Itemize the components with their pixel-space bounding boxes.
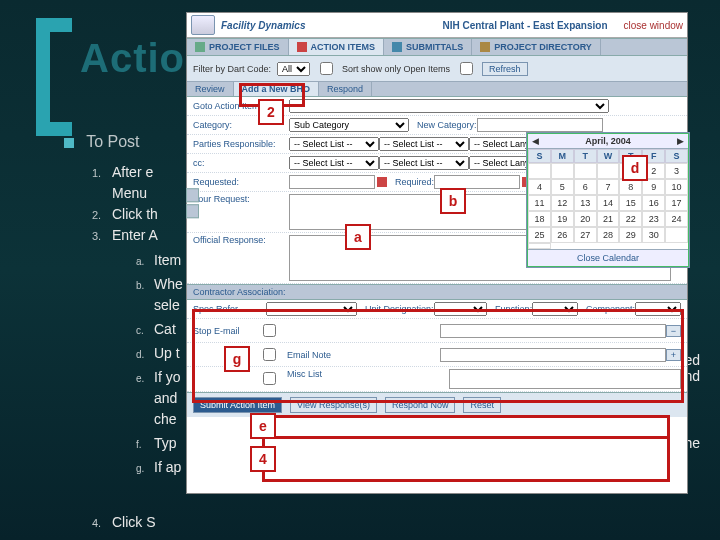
calendar-prev-icon[interactable]: ◀	[532, 136, 539, 146]
people-icon	[480, 42, 490, 52]
tab-project-files[interactable]: PROJECT FILES	[187, 39, 289, 55]
calendar-day-cell[interactable]: 14	[597, 195, 620, 211]
calendar-day-cell[interactable]: 11	[528, 195, 551, 211]
calendar-day-cell	[528, 163, 551, 179]
tab-action-items[interactable]: ACTION ITEMS	[289, 39, 385, 55]
select-parties-1[interactable]: -- Select List --	[289, 137, 379, 151]
callout-b: b	[440, 188, 466, 214]
calendar-day-cell[interactable]: 18	[528, 211, 551, 227]
flag-icon	[297, 42, 307, 52]
input-new-category[interactable]	[477, 118, 603, 132]
subtab-respond[interactable]: Respond	[319, 82, 372, 96]
calendar-day-cell	[551, 163, 574, 179]
calendar-popup: ◀ April, 2004 ▶ SMTWTFS12345678910111213…	[527, 133, 689, 267]
slide-stage: Action To Post 1.After e Menu 2.Click th…	[0, 0, 720, 540]
calendar-day-header: T	[574, 149, 597, 163]
refresh-button[interactable]: Refresh	[482, 62, 528, 76]
calendar-day-cell[interactable]: 20	[574, 211, 597, 227]
calendar-day-cell[interactable]: 30	[642, 227, 665, 243]
bracket-left-icon	[36, 18, 72, 136]
calendar-next-icon[interactable]: ▶	[677, 136, 684, 146]
calendar-grid: SMTWTFS123456789101112131415161718192021…	[528, 149, 688, 249]
label-requested: Requested:	[193, 177, 289, 187]
label-official-response: Official Response:	[193, 235, 289, 245]
input-required-date[interactable]	[434, 175, 520, 189]
folder-icon	[195, 42, 205, 52]
calendar-day-cell[interactable]: 4	[528, 179, 551, 195]
calendar-day-cell[interactable]: 25	[528, 227, 551, 243]
calendar-day-cell[interactable]: 26	[551, 227, 574, 243]
calendar-day-cell[interactable]: 17	[665, 195, 688, 211]
calendar-day-cell	[665, 227, 688, 243]
bullet-icon	[64, 138, 74, 148]
callout-g: g	[224, 346, 250, 372]
logo-icon	[191, 15, 215, 35]
select-cc-1[interactable]: -- Select List --	[289, 156, 379, 170]
calendar-day-cell[interactable]: 10	[665, 179, 688, 195]
close-window-link[interactable]: close window	[624, 20, 683, 31]
vertical-tab-2[interactable]	[186, 204, 199, 218]
tab-project-directory[interactable]: PROJECT DIRECTORY	[472, 39, 601, 55]
app-headerbar: Facility Dynamics NIH Central Plant - Ea…	[187, 13, 687, 38]
open-items-checkbox-2[interactable]	[460, 62, 473, 75]
select-goto-action-item[interactable]	[289, 99, 609, 113]
subtab-review[interactable]: Review	[187, 82, 234, 96]
calendar-day-header: S	[528, 149, 551, 163]
calendar-day-header: S	[665, 149, 688, 163]
calendar-day-cell[interactable]: 12	[551, 195, 574, 211]
callout-e: e	[250, 413, 276, 439]
calendar-day-cell	[528, 243, 551, 249]
calendar-day-cell[interactable]: 6	[574, 179, 597, 195]
calendar-day-cell[interactable]: 24	[665, 211, 688, 227]
calendar-day-cell[interactable]: 15	[619, 195, 642, 211]
filter-select[interactable]: All	[277, 62, 310, 76]
calendar-day-cell[interactable]: 22	[619, 211, 642, 227]
open-items-checkbox[interactable]	[320, 62, 333, 75]
label-cc: cc:	[193, 158, 289, 168]
calendar-day-cell[interactable]: 27	[574, 227, 597, 243]
callout-4: 4	[250, 446, 276, 472]
calendar-day-cell	[597, 163, 620, 179]
open-items-label: Sort show only Open Items	[342, 64, 450, 74]
vertical-tab-strip	[186, 188, 199, 220]
label-required: Required:	[395, 177, 434, 187]
calendar-day-cell[interactable]: 5	[551, 179, 574, 195]
callout-2: 2	[258, 99, 284, 125]
callout-d: d	[622, 155, 648, 181]
highlight-response-section	[192, 309, 684, 403]
date-clear-icon[interactable]	[377, 177, 387, 187]
calendar-day-cell[interactable]: 7	[597, 179, 620, 195]
calendar-day-cell[interactable]: 8	[619, 179, 642, 195]
calendar-day-cell[interactable]: 13	[574, 195, 597, 211]
filter-bar: Filter by Dart Code: All Sort show only …	[187, 56, 687, 82]
calendar-day-cell[interactable]: 21	[597, 211, 620, 227]
select-category[interactable]: Sub Category	[289, 118, 409, 132]
calendar-day-cell	[574, 163, 597, 179]
calendar-close-link[interactable]: Close Calendar	[528, 249, 688, 266]
calendar-day-cell[interactable]: 28	[597, 227, 620, 243]
brand-text: Facility Dynamics	[221, 20, 305, 31]
project-title: NIH Central Plant - East Expansion	[442, 20, 607, 31]
label-your-request: Your Request:	[193, 194, 289, 204]
filter-label: Filter by Dart Code:	[193, 64, 271, 74]
label-parties-responsible: Parties Responsible:	[193, 139, 289, 149]
section-contractor-assoc: Contractor Association:	[193, 287, 286, 297]
main-tabs: PROJECT FILES ACTION ITEMS SUBMITTALS PR…	[187, 38, 687, 56]
highlight-emailnote-row	[262, 436, 670, 482]
vertical-tab-1[interactable]	[186, 188, 199, 202]
calendar-day-cell[interactable]: 3	[665, 163, 688, 179]
tab-submittals[interactable]: SUBMITTALS	[384, 39, 472, 55]
calendar-day-cell[interactable]: 23	[642, 211, 665, 227]
select-cc-2[interactable]: -- Select List --	[379, 156, 469, 170]
input-requested-date[interactable]	[289, 175, 375, 189]
select-parties-2[interactable]: -- Select List --	[379, 137, 469, 151]
calendar-title: April, 2004	[585, 136, 631, 146]
calendar-day-cell[interactable]: 9	[642, 179, 665, 195]
callout-a: a	[345, 224, 371, 250]
calendar-day-header: M	[551, 149, 574, 163]
label-new-category: New Category:	[417, 120, 477, 130]
calendar-day-cell[interactable]: 29	[619, 227, 642, 243]
calendar-day-header: W	[597, 149, 620, 163]
calendar-day-cell[interactable]: 16	[642, 195, 665, 211]
calendar-day-cell[interactable]: 19	[551, 211, 574, 227]
